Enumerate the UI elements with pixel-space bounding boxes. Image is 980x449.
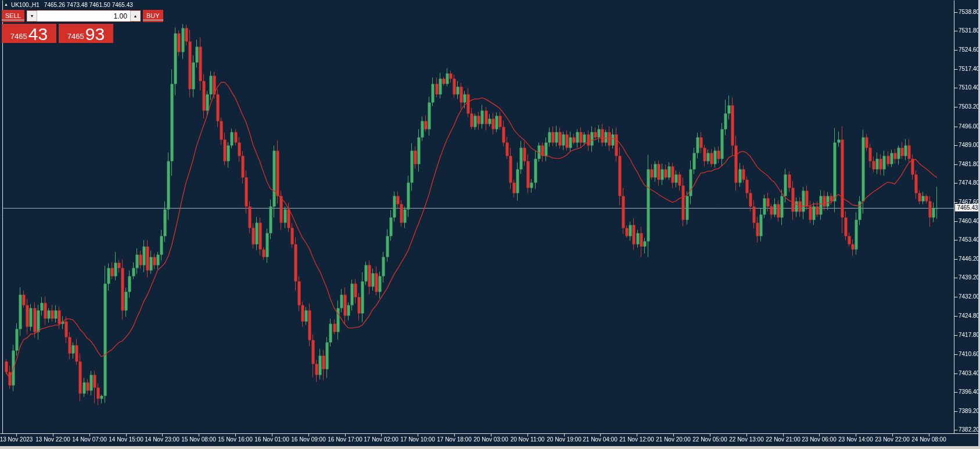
price-tick-label: 7510.40 [959, 84, 979, 91]
sell-price-pips: 43 [28, 26, 48, 42]
time-tick-label: 22 Nov 05:00 [692, 436, 727, 443]
price-tick-label: 7432.00 [959, 293, 979, 300]
price-tick-label: 7496.00 [959, 123, 979, 130]
chart-ohlc-values: 7465.26 7473.48 7461.50 7465.43 [44, 2, 133, 8]
time-tick-label: 16 Nov 09:00 [291, 436, 326, 443]
time-axis[interactable]: 13 Nov 202313 Nov 22:0014 Nov 07:0014 No… [0, 434, 980, 445]
volume-spinner: ▼ ▲ [26, 10, 141, 22]
sell-button[interactable]: SELL [2, 10, 24, 22]
buy-price-main: 7465 [67, 33, 84, 40]
price-tick-label: 7453.40 [959, 236, 979, 243]
symbol-marker-icon: ▲ [4, 2, 8, 8]
time-tick-label: 22 Nov 13:00 [729, 436, 764, 443]
price-tick-label: 7396.40 [959, 389, 979, 395]
time-tick-label: 22 Nov 21:00 [766, 436, 800, 443]
chevron-down-icon: ▼ [30, 14, 34, 18]
time-tick-label: 23 Nov 22:00 [875, 436, 910, 443]
price-tick-label: 7460.40 [959, 218, 979, 224]
time-tick-label: 24 Nov 08:00 [911, 436, 946, 443]
price-tick-label: 7389.20 [959, 408, 979, 414]
price-tick-label: 7503.20 [959, 103, 979, 110]
one-click-trade-panel: SELL ▼ ▲ BUY 7465 43 [2, 10, 113, 43]
time-tick-label: 21 Nov 04:00 [583, 436, 618, 443]
price-tick-label: 7424.80 [959, 312, 979, 319]
time-tick-label: 17 Nov 10:00 [400, 436, 435, 443]
price-tick-label: 7524.60 [959, 46, 979, 53]
buy-button[interactable]: BUY [143, 10, 163, 22]
current-price-tag: 7465.43 [955, 204, 980, 211]
price-tick-label: 7489.00 [959, 142, 979, 148]
buy-button-label: BUY [143, 12, 163, 20]
time-tick-label: 16 Nov 17:00 [328, 436, 362, 443]
time-tick-label: 14 Nov 23:00 [145, 436, 180, 443]
volume-increase-button[interactable]: ▲ [130, 10, 141, 21]
time-tick-label: 15 Nov 08:00 [181, 436, 216, 443]
buy-price-pips: 93 [85, 26, 105, 42]
sell-button-label: SELL [2, 12, 24, 20]
time-tick-label: 21 Nov 20:00 [656, 436, 691, 443]
time-tick-label: 17 Nov 18:00 [437, 436, 472, 443]
time-tick-label: 14 Nov 15:00 [109, 436, 143, 443]
chart-symbol-timeframe: UK100.,H1 [11, 2, 40, 8]
buy-price-tile[interactable]: 7465 93 [59, 24, 113, 43]
time-tick-label: 13 Nov 2023 [0, 436, 33, 443]
price-tick-label: 7538.80 [959, 9, 979, 15]
sell-price-tile[interactable]: 7465 43 [2, 24, 56, 43]
chart-title: ▲ UK100.,H1 7465.26 7473.48 7461.50 7465… [4, 1, 133, 8]
chart-window: ▲ UK100.,H1 7465.26 7473.48 7461.50 7465… [0, 0, 980, 446]
price-tick-label: 7517.40 [959, 66, 979, 72]
candlestick-chart-canvas [0, 0, 980, 446]
price-axis[interactable]: 7538.807531.807524.607517.407510.407503.… [959, 0, 980, 433]
time-tick-label: 20 Nov 11:00 [511, 436, 545, 443]
trading-app-screen: ▲ UK100.,H1 7465.26 7473.48 7461.50 7465… [0, 0, 980, 449]
time-tick-label: 23 Nov 06:00 [802, 436, 837, 443]
time-tick-label: 15 Nov 16:00 [218, 436, 253, 443]
price-tick-label: 7382.20 [959, 426, 979, 433]
time-tick-label: 13 Nov 22:00 [35, 436, 70, 443]
price-tick-label: 7531.80 [959, 27, 979, 34]
time-tick-label: 23 Nov 14:00 [838, 436, 873, 443]
price-tick-label: 7439.20 [959, 274, 979, 281]
time-tick-label: 16 Nov 01:00 [254, 436, 289, 443]
chevron-up-icon: ▲ [133, 14, 137, 18]
price-tick-label: 7403.40 [959, 370, 979, 376]
price-tick-label: 7417.80 [959, 332, 979, 338]
volume-decrease-button[interactable]: ▼ [27, 10, 37, 21]
time-tick-label: 20 Nov 19:00 [547, 436, 581, 443]
price-tick-label: 7446.20 [959, 256, 979, 262]
price-tick-label: 7481.80 [959, 161, 979, 167]
time-tick-label: 14 Nov 07:00 [72, 436, 107, 443]
time-tick-label: 21 Nov 12:00 [619, 436, 654, 443]
price-tick-label: 7474.80 [959, 179, 979, 186]
time-tick-label: 20 Nov 03:00 [473, 436, 508, 443]
volume-input[interactable] [37, 10, 130, 21]
price-tick-label: 7410.60 [959, 351, 979, 357]
time-tick-label: 17 Nov 02:00 [364, 436, 399, 443]
sell-price-main: 7465 [10, 33, 27, 40]
